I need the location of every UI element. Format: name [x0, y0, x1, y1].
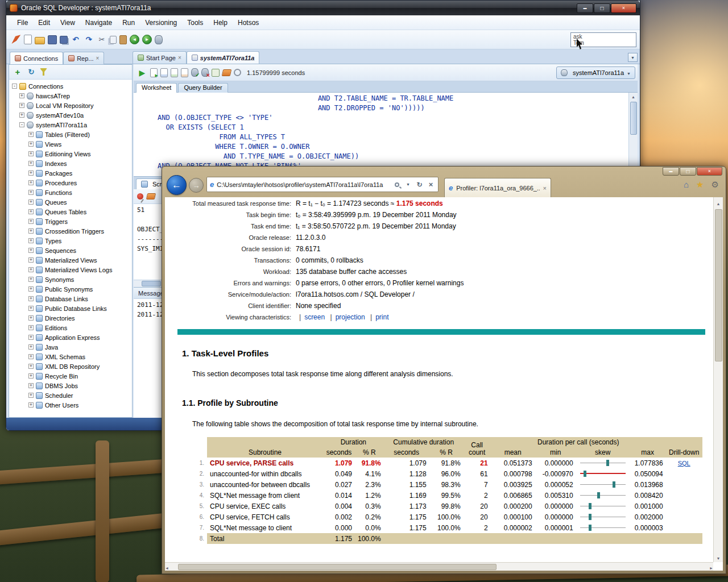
home-icon[interactable]	[684, 180, 689, 190]
expand-icon[interactable]	[28, 161, 34, 166]
drill-down-link[interactable]: SQL	[678, 460, 690, 467]
navigator-tab[interactable]: Connections	[10, 52, 63, 64]
editor-tab[interactable]: Query Builder	[178, 83, 228, 93]
tree-item[interactable]: Procedures	[9, 178, 132, 188]
tree-item[interactable]: systemATdev10a	[9, 110, 132, 120]
tree-item[interactable]: Functions	[9, 188, 132, 197]
open-folder-icon[interactable]	[35, 37, 45, 44]
paste-icon[interactable]	[119, 35, 127, 44]
tree-item[interactable]: hawcsATrep	[9, 91, 132, 101]
tree-item[interactable]: Queues Tables	[9, 207, 132, 217]
document-tab[interactable]: Start Page	[133, 51, 187, 64]
clear-icon[interactable]	[222, 69, 232, 76]
expand-icon[interactable]	[28, 190, 34, 195]
filter-icon[interactable]	[40, 68, 47, 76]
browser-tab[interactable]: Profiler: l7ora11a_ora_9666_...	[444, 178, 551, 197]
expand-icon[interactable]	[19, 122, 24, 127]
sql-editor[interactable]: AND T2.TABLE_NAME = TR.TABLE_NAME AND T2…	[134, 93, 638, 177]
tree-item[interactable]: Tables (Filtered)	[9, 130, 132, 139]
tree-item[interactable]: Application Express	[9, 332, 132, 342]
tree-item[interactable]: Recycle Bin	[9, 371, 132, 381]
scroll-right-icon[interactable]	[709, 562, 713, 571]
expand-icon[interactable]	[28, 257, 34, 263]
task-progress-icon[interactable]	[234, 69, 241, 76]
expand-icon[interactable]	[28, 393, 34, 398]
expand-icon[interactable]	[28, 151, 34, 156]
forward-icon[interactable]	[142, 35, 152, 44]
menu-item[interactable]: Navigate	[80, 17, 117, 28]
expand-icon[interactable]	[28, 248, 34, 253]
scroll-down-icon[interactable]	[717, 552, 721, 562]
close-tab-icon[interactable]	[543, 185, 547, 192]
scrollbar-thumb[interactable]	[178, 564, 497, 570]
expand-icon[interactable]	[28, 373, 34, 379]
refresh-icon[interactable]	[415, 180, 424, 190]
tree-item[interactable]: Editioning Views	[9, 149, 132, 159]
tree-item[interactable]: Synonyms	[9, 275, 132, 284]
address-bar[interactable]: C:\Users\mtayler\hotsos\profiler\systemA…	[206, 177, 439, 192]
horizontal-scrollbar[interactable]	[165, 562, 713, 571]
tree-item[interactable]: Database Links	[9, 294, 132, 304]
editor-scrollbar[interactable]	[628, 93, 638, 176]
menu-item[interactable]: Tools	[182, 17, 208, 28]
minimize-icon[interactable]	[577, 3, 593, 13]
new-file-icon[interactable]	[24, 35, 32, 44]
menu-item[interactable]: Versioning	[140, 17, 182, 28]
expand-icon[interactable]	[28, 296, 34, 301]
tree-item[interactable]: Sequences	[9, 246, 132, 255]
cut-icon[interactable]	[97, 35, 107, 45]
menu-item[interactable]: View	[55, 17, 80, 28]
expand-icon[interactable]	[28, 364, 34, 369]
new-connection-icon[interactable]	[155, 35, 163, 44]
expand-icon[interactable]	[28, 228, 34, 234]
tab-list-dropdown-icon[interactable]	[628, 53, 638, 62]
expand-icon[interactable]	[28, 142, 34, 147]
expand-icon[interactable]	[28, 286, 34, 292]
scrollbar-thumb[interactable]	[715, 209, 722, 361]
close-icon[interactable]	[611, 3, 636, 13]
eraser-icon[interactable]	[146, 193, 156, 199]
tree-item[interactable]: Directories	[9, 313, 132, 323]
expand-icon[interactable]	[19, 103, 24, 108]
tree-item[interactable]: systemATl7ora11a	[9, 120, 132, 130]
tree-item[interactable]: Public Synonyms	[9, 284, 132, 294]
menu-item[interactable]: Edit	[33, 17, 55, 28]
tree-item[interactable]: Public Database Links	[9, 304, 132, 313]
expand-icon[interactable]	[28, 383, 34, 388]
chevron-down-icon[interactable]	[404, 180, 412, 190]
refresh-icon[interactable]	[26, 67, 36, 77]
hotsos-feather-icon[interactable]	[11, 35, 21, 45]
expand-icon[interactable]	[28, 209, 34, 214]
expand-icon[interactable]	[28, 199, 34, 205]
scroll-up-icon[interactable]	[629, 93, 638, 101]
tree-item[interactable]: Local VM Repository	[9, 101, 132, 110]
add-icon[interactable]	[13, 67, 23, 77]
sqldev-titlebar[interactable]: Oracle SQL Developer : systemATl7ora11a	[6, 1, 640, 15]
tree-item[interactable]: Indexes	[9, 159, 132, 168]
vertical-scrollbar[interactable]	[713, 197, 723, 562]
commit-icon[interactable]	[191, 68, 198, 77]
expand-icon[interactable]	[28, 132, 34, 137]
tree-item[interactable]: Editions	[9, 323, 132, 332]
redo-icon[interactable]	[84, 35, 94, 45]
scrollbar-thumb[interactable]	[142, 281, 161, 286]
view-mode-link[interactable]: projection	[336, 314, 365, 321]
save-icon[interactable]	[48, 35, 57, 44]
expand-icon[interactable]	[28, 277, 34, 282]
scroll-left-icon[interactable]	[165, 562, 169, 571]
run-script-icon[interactable]	[150, 68, 158, 77]
expand-icon[interactable]	[28, 325, 34, 330]
tree-item[interactable]: Java	[9, 342, 132, 352]
expand-icon[interactable]	[28, 306, 34, 311]
tree-item[interactable]: XML DB Repository	[9, 361, 132, 371]
editor-tab[interactable]: Worksheet	[136, 83, 177, 93]
menu-item[interactable]: Help	[208, 17, 233, 28]
tree-item[interactable]: Packages	[9, 168, 132, 178]
expand-icon[interactable]	[28, 180, 34, 185]
view-mode-link[interactable]: screen	[304, 314, 325, 321]
close-tab-icon[interactable]	[96, 55, 100, 61]
run-icon[interactable]	[137, 68, 147, 78]
back-button[interactable]	[167, 175, 187, 195]
tree-item[interactable]: Queues	[9, 197, 132, 207]
tree-item[interactable]: Materialized Views Logs	[9, 265, 132, 275]
